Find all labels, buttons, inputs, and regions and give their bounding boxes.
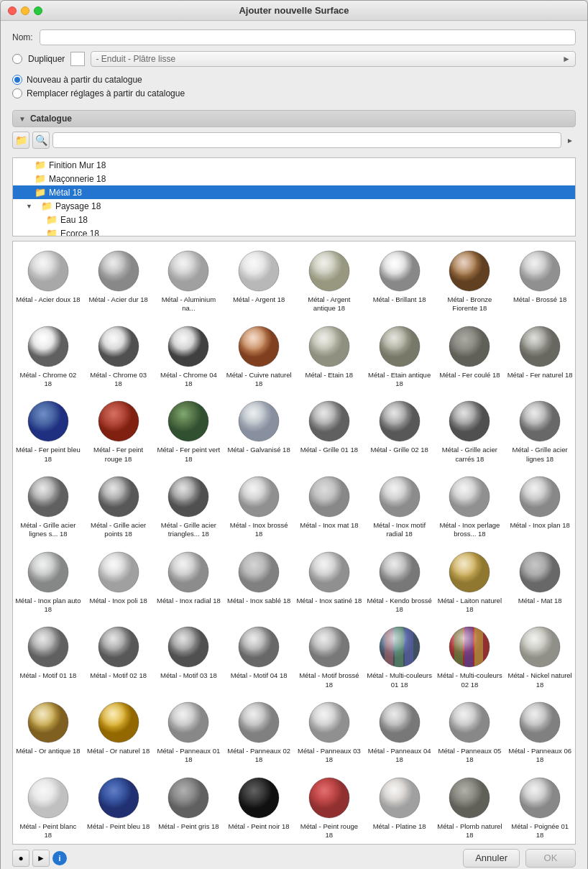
material-item[interactable]: Métal - Inox brossé 18 (224, 467, 294, 543)
material-item[interactable]: Métal - Galvanisé 18 (224, 392, 294, 467)
material-item[interactable]: Métal - Peint gris 18 (154, 768, 224, 844)
material-item[interactable]: Métal - Cuivre naturel 18 (224, 317, 294, 392)
material-item[interactable]: Métal - Inox poli 18 (83, 543, 154, 618)
material-item[interactable]: Métal - Grille 01 18 (294, 392, 364, 467)
material-thumbnail (231, 698, 287, 747)
material-item[interactable]: Métal - Brillant 18 (364, 242, 435, 317)
search-tool-button[interactable]: 🔍 (32, 132, 50, 149)
material-item[interactable]: Métal - Fer peint vert 18 (154, 392, 224, 467)
material-item[interactable]: Métal - Plomb naturel 18 (435, 768, 505, 844)
material-item[interactable]: Métal - Inox plan auto 18 (13, 543, 83, 618)
material-item[interactable]: Métal - Kendo brossé 18 (364, 543, 435, 618)
tree-item-metal[interactable]: 📁 Métal 18 (13, 185, 575, 199)
dupliquer-swatch[interactable] (70, 52, 85, 66)
material-thumbnail (91, 247, 147, 295)
material-item[interactable]: Métal - Or antique 18 (13, 693, 83, 768)
material-item[interactable]: Métal - Grille acier points 18 (83, 467, 154, 543)
material-item[interactable]: Métal - Fer peint rouge 18 (83, 392, 154, 467)
material-item[interactable]: Métal - Grille acier carrés 18 (435, 392, 505, 467)
material-item[interactable]: Métal - Motif 04 18 (224, 617, 294, 693)
material-item[interactable]: Métal - Inox motif radial 18 (364, 467, 435, 543)
dupliquer-radio[interactable] (12, 54, 22, 64)
material-item[interactable]: Métal - Grille acier lignes 18 (505, 392, 575, 467)
add-button[interactable]: ● (12, 850, 29, 867)
play-button[interactable]: ► (32, 850, 50, 867)
material-thumbnail (231, 622, 287, 671)
material-item[interactable]: Métal - Poignée 01 18 (505, 768, 575, 844)
material-thumbnail (20, 698, 76, 747)
material-item[interactable]: Métal - Argent antique 18 (294, 242, 364, 317)
material-item[interactable]: Métal - Grille acier lignes s... 18 (13, 467, 83, 543)
material-item[interactable]: Métal - Inox satiné 18 (294, 543, 364, 618)
material-item[interactable]: Métal - Fer naturel 18 (505, 317, 575, 392)
material-item[interactable]: Métal - Fer coulé 18 (435, 317, 505, 392)
material-item[interactable]: Métal - Acier dur 18 (83, 242, 154, 317)
materials-grid[interactable]: Métal - Acier doux 18Métal - Acier dur 1… (12, 241, 576, 845)
material-item[interactable]: Métal - Chrome 03 18 (83, 317, 154, 392)
material-item[interactable]: Métal - Multi-couleurs 01 18 (364, 617, 435, 693)
material-item[interactable]: Métal - Chrome 02 18 (13, 317, 83, 392)
material-item[interactable]: Métal - Inox perlage bross... 18 (435, 467, 505, 543)
maximize-button[interactable] (34, 6, 42, 15)
tree-item-finition[interactable]: 📁 Finition Mur 18 (13, 158, 575, 172)
nom-input[interactable] (40, 29, 576, 45)
material-item[interactable]: Métal - Or naturel 18 (83, 693, 154, 768)
material-item[interactable]: Métal - Peint bleu 18 (83, 768, 154, 844)
minimize-button[interactable] (21, 6, 29, 15)
material-item[interactable]: Métal - Fer peint bleu 18 (13, 392, 83, 467)
material-item[interactable]: Métal - Multi-couleurs 02 18 (435, 617, 505, 693)
tree-item-ecorce[interactable]: 📁 Ecorce 18 (13, 226, 575, 236)
material-item[interactable]: Métal - Inox plan 18 (505, 467, 575, 543)
material-item[interactable]: Métal - Peint rouge 18 (294, 768, 364, 844)
remplacer-row[interactable]: Remplacer réglages à partir du catalogue (12, 88, 576, 98)
material-item[interactable]: Métal - Inox mat 18 (294, 467, 364, 543)
material-thumbnail (441, 773, 497, 822)
material-item[interactable]: Métal - Etain antique 18 (364, 317, 435, 392)
material-item[interactable]: Métal - Motif brossé 18 (294, 617, 364, 693)
ok-button[interactable]: OK (525, 849, 576, 868)
search-input[interactable] (52, 132, 561, 148)
material-label: Métal - Argent antique 18 (296, 295, 362, 313)
material-item[interactable]: Métal - Motif 03 18 (154, 617, 224, 693)
folder-tool-button[interactable]: 📁 (12, 132, 29, 149)
material-item[interactable]: Métal - Inox sablé 18 (224, 543, 294, 618)
nouveau-radio[interactable] (12, 75, 22, 85)
nouveau-row[interactable]: Nouveau à partir du catalogue (12, 75, 576, 85)
material-item[interactable]: Métal - Laiton naturel 18 (435, 543, 505, 618)
material-item[interactable]: Métal - Chrome 04 18 (154, 317, 224, 392)
material-item[interactable]: Métal - Panneaux 05 18 (435, 693, 505, 768)
tree-area[interactable]: 📁 Finition Mur 18 📁 Maçonnerie 18 📁 Méta… (12, 157, 576, 236)
tree-item-maconnerie[interactable]: 📁 Maçonnerie 18 (13, 172, 575, 185)
material-item[interactable]: Métal - Argent 18 (224, 242, 294, 317)
material-item[interactable]: Métal - Panneaux 04 18 (364, 693, 435, 768)
material-item[interactable]: Métal - Panneaux 01 18 (154, 693, 224, 768)
remplacer-radio[interactable] (12, 88, 22, 98)
material-item[interactable]: Métal - Platine 18 (364, 768, 435, 844)
dupliquer-dropdown[interactable]: - Enduit - Plâtre lisse ► (91, 51, 576, 67)
material-item[interactable]: Métal - Nickel naturel 18 (505, 617, 575, 693)
titlebar: Ajouter nouvelle Surface (1, 1, 587, 21)
material-item[interactable]: Métal - Panneaux 03 18 (294, 693, 364, 768)
material-item[interactable]: Métal - Motif 02 18 (83, 617, 154, 693)
material-item[interactable]: Métal - Mat 18 (505, 543, 575, 618)
dialog-buttons: Annuler OK (463, 849, 576, 868)
info-button[interactable]: i (52, 851, 67, 865)
material-item[interactable]: Métal - Etain 18 (294, 317, 364, 392)
tree-item-eau[interactable]: 📁 Eau 18 (13, 213, 575, 226)
material-item[interactable]: Métal - Inox radial 18 (154, 543, 224, 618)
material-item[interactable]: Métal - Panneaux 02 18 (224, 693, 294, 768)
material-item[interactable]: Métal - Grille 02 18 (364, 392, 435, 467)
material-item[interactable]: Métal - Peint blanc 18 (13, 768, 83, 844)
catalogue-header[interactable]: ▼ Catalogue (12, 110, 576, 127)
close-button[interactable] (8, 6, 17, 15)
material-item[interactable]: Métal - Peint noir 18 (224, 768, 294, 844)
material-item[interactable]: Métal - Aluminium na... (154, 242, 224, 317)
material-item[interactable]: Métal - Panneaux 06 18 (505, 693, 575, 768)
material-item[interactable]: Métal - Motif 01 18 (13, 617, 83, 693)
material-item[interactable]: Métal - Bronze Fiorente 18 (435, 242, 505, 317)
tree-item-paysage[interactable]: ▼ 📁 Paysage 18 (13, 199, 575, 213)
material-item[interactable]: Métal - Grille acier triangles... 18 (154, 467, 224, 543)
cancel-button[interactable]: Annuler (463, 849, 520, 868)
material-item[interactable]: Métal - Acier doux 18 (13, 242, 83, 317)
material-item[interactable]: Métal - Brossé 18 (505, 242, 575, 317)
